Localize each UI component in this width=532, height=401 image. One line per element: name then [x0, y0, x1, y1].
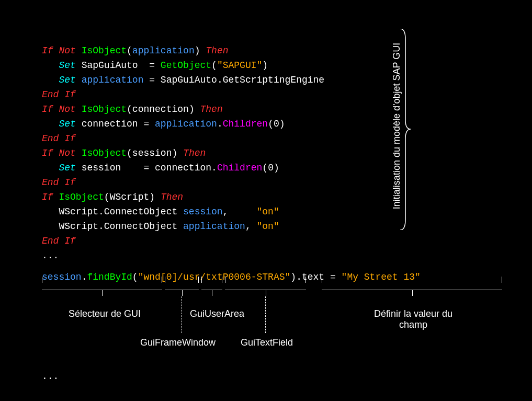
var-connection: connection — [82, 119, 144, 129]
kw-set: Set — [42, 75, 82, 85]
fn-getobject: GetObject — [161, 60, 211, 71]
stmt-connectobject: WScript.ConnectObject — [42, 221, 183, 232]
stmt-connectobject: WScript.ConnectObject — [42, 207, 183, 217]
kw-endif: End If — [42, 236, 76, 246]
bracket-gui-frame — [165, 277, 199, 290]
str-on: "on" — [256, 221, 279, 232]
kw-if: If — [42, 104, 59, 114]
bracket-gui-user — [201, 277, 222, 290]
kw-if: If — [42, 148, 59, 158]
kw-then: Then — [183, 148, 206, 158]
var-session: session — [132, 148, 172, 158]
var-application: application — [155, 119, 217, 129]
connector-line — [182, 296, 182, 333]
kw-set: Set — [42, 119, 82, 129]
bracket-gui-selector — [42, 277, 162, 290]
fn-isobject: IsObject — [82, 148, 127, 158]
kw-if: If — [42, 45, 59, 56]
label-gui-selector: Sélecteur de GUI — [52, 308, 157, 319]
var-connection: connection — [132, 104, 189, 114]
fn-children: Children — [223, 119, 268, 129]
label-gui-user: GuiUserArea — [186, 308, 248, 319]
kw-not: Not — [59, 45, 81, 56]
var-application: application — [183, 221, 245, 232]
kw-if: If — [42, 192, 59, 202]
fn-children: Children — [217, 163, 262, 173]
kw-not: Not — [59, 148, 81, 158]
label-gui-frame: GuiFrameWindow — [131, 337, 225, 348]
str-sapgui: "SAPGUI" — [217, 60, 262, 71]
ellipsis: ... — [42, 250, 59, 261]
kw-set: Set — [42, 60, 82, 71]
bracket-set-value — [322, 277, 502, 290]
fn-isobject: IsObject — [82, 104, 127, 114]
kw-then: Then — [206, 45, 228, 56]
str-on: "on" — [256, 207, 279, 217]
kw-set: Set — [42, 163, 82, 173]
var-wscript: WScript — [110, 192, 150, 202]
bracket-gui-text — [225, 277, 306, 290]
fn-isobject: IsObject — [82, 45, 127, 56]
code-block: If Not IsObject(application) Then Set Sa… — [42, 29, 324, 263]
connector-line — [265, 296, 266, 333]
var-session: session — [183, 207, 223, 217]
fn-isobject: IsObject — [59, 192, 104, 202]
kw-endif: End If — [42, 89, 76, 100]
label-gui-text: GuiTextField — [235, 337, 298, 348]
var-application: application — [82, 75, 150, 85]
kw-endif: End If — [42, 133, 76, 144]
kw-then: Then — [161, 192, 183, 202]
var-connection: connection — [155, 163, 211, 173]
var-session: session — [82, 163, 144, 173]
kw-then: Then — [200, 104, 223, 114]
var-application: application — [132, 45, 195, 56]
kw-not: Not — [59, 104, 81, 114]
annotation-area: Sélecteur de GUI GuiUserArea Définir la … — [42, 277, 513, 371]
kw-endif: End If — [42, 177, 76, 188]
init-label: Initialisation du modèle d'objet SAP GUI — [391, 43, 402, 209]
var-sapguiauto: SapGuiAuto — [82, 60, 150, 71]
label-set-value: Définir la valeur du champ — [350, 308, 476, 330]
ellipsis-bottom: ... — [42, 371, 59, 382]
